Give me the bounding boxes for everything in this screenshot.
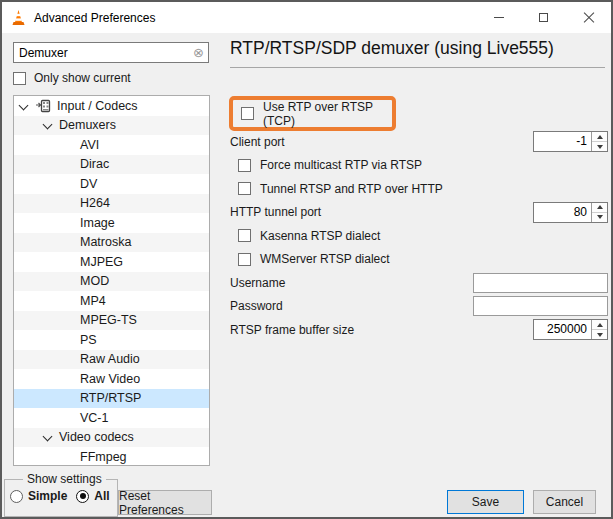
tree-item-mjpeg[interactable]: MJPEG: [14, 252, 209, 272]
form-row-kasenna-rtsp-dialect: Kasenna RTSP dialect: [230, 225, 608, 246]
spin-value: 250000: [534, 320, 591, 339]
radio-icon: [10, 490, 23, 503]
password-field[interactable]: [473, 296, 608, 316]
only-show-current-option[interactable]: Only show current: [13, 71, 131, 85]
form-row-password: Password: [230, 296, 608, 317]
save-button[interactable]: Save: [447, 490, 524, 514]
tree-item-label: PS: [80, 333, 97, 347]
only-show-current-checkbox[interactable]: [13, 72, 26, 85]
search-input[interactable]: Demuxer ⊗: [13, 42, 209, 63]
tree-item-dv[interactable]: DV: [14, 174, 209, 194]
show-settings-legend: Show settings: [23, 472, 106, 486]
checkbox-label: Kasenna RTSP dialect: [260, 229, 380, 243]
radio-label: Simple: [28, 489, 67, 503]
tree-item-vc-1[interactable]: VC-1: [14, 408, 209, 428]
spin-up-icon[interactable]: [592, 132, 607, 142]
show-settings-radios: Simple All: [10, 489, 110, 503]
username-field[interactable]: [473, 273, 608, 293]
tree-item-raw-video[interactable]: Raw Video: [14, 369, 209, 389]
titlebar: Advanced Preferences: [2, 2, 611, 33]
tree-item-video-codecs[interactable]: Video codecs: [14, 428, 209, 448]
highlight-annotation: Use RTP over RTSP (TCP): [229, 96, 396, 131]
radio-icon: [76, 490, 89, 503]
radio-simple[interactable]: Simple: [10, 489, 67, 503]
close-button[interactable]: [566, 2, 611, 33]
tree-item-ps[interactable]: PS: [14, 330, 209, 350]
reset-preferences-button[interactable]: Reset Preferences: [118, 490, 212, 515]
tree-item-label: Demuxers: [59, 118, 116, 132]
only-show-current-label: Only show current: [34, 71, 131, 85]
chevron-down-icon[interactable]: [19, 102, 27, 110]
form-row-http-tunnel-port: HTTP tunnel port 80: [230, 202, 608, 223]
tree-item-label: Image: [80, 216, 115, 230]
search-value: Demuxer: [14, 46, 193, 60]
kasenna-rtsp-dialect-checkbox[interactable]: [238, 229, 251, 242]
form-row-username: Username: [230, 272, 608, 293]
tree-item-label: Video codecs: [59, 430, 134, 444]
close-icon: [583, 12, 595, 24]
show-settings-group: Show settings Simple All: [4, 479, 118, 517]
tree-item-dirac[interactable]: Dirac: [14, 155, 209, 175]
maximize-button[interactable]: [521, 2, 566, 33]
tree-item-image[interactable]: Image: [14, 213, 209, 233]
clear-search-icon[interactable]: ⊗: [193, 46, 208, 59]
use-rtp-over-rtsp-label: Use RTP over RTSP (TCP): [263, 100, 392, 128]
tree-item-mpeg-ts[interactable]: MPEG-TS: [14, 311, 209, 331]
tree-item-demuxers[interactable]: Demuxers: [14, 116, 209, 136]
cancel-button[interactable]: Cancel: [533, 490, 596, 514]
radio-all[interactable]: All: [76, 489, 109, 503]
form-row-tunnel-rtsp-and-rtp-over-http: Tunnel RTSP and RTP over HTTP: [230, 178, 608, 199]
tree-item-h264[interactable]: H264: [14, 194, 209, 214]
spin-down-icon[interactable]: [592, 213, 607, 222]
chevron-down-icon[interactable]: [43, 121, 51, 129]
tree-item-ffmpeg[interactable]: FFmpeg: [14, 447, 209, 466]
tree-item-avi[interactable]: AVI: [14, 135, 209, 155]
form-row-wmserver-rtsp-dialect: WMServer RTSP dialect: [230, 249, 608, 270]
tree-item-label: MJPEG: [80, 255, 123, 269]
field-label: Password: [230, 299, 473, 313]
form-row-rtsp-frame-buffer-size: RTSP frame buffer size 250000: [230, 319, 608, 340]
spinner-buttons: [591, 132, 607, 151]
advanced-preferences-window: Advanced Preferences Demuxer ⊗ Only show…: [0, 0, 613, 519]
field-label: RTSP frame buffer size: [230, 323, 533, 337]
tree-item-input-codecs[interactable]: Input / Codecs: [14, 96, 209, 116]
tree-item-rtp-rtsp[interactable]: RTP/RTSP: [14, 389, 209, 409]
tree-item-label: Matroska: [80, 235, 131, 249]
tree-item-label: H264: [80, 196, 110, 210]
rtsp-frame-buffer-size-spin-input[interactable]: 250000: [533, 319, 608, 340]
use-rtp-over-rtsp-checkbox[interactable]: [241, 107, 254, 120]
wmserver-rtsp-dialect-checkbox[interactable]: [238, 253, 251, 266]
tree-item-label: Dirac: [80, 157, 109, 171]
client-port-spin-input[interactable]: -1: [533, 131, 608, 152]
minimize-button[interactable]: [476, 2, 521, 33]
chevron-down-icon[interactable]: [43, 433, 51, 441]
spin-down-icon[interactable]: [592, 142, 607, 151]
tree-item-label: DV: [80, 177, 97, 191]
tree-item-label: MOD: [80, 274, 109, 288]
window-title: Advanced Preferences: [34, 11, 155, 25]
spin-down-icon[interactable]: [592, 330, 607, 339]
maximize-icon: [539, 13, 548, 22]
tree-item-mp4[interactable]: MP4: [14, 291, 209, 311]
tree-item-label: Input / Codecs: [57, 99, 138, 113]
checkbox-label: Tunnel RTSP and RTP over HTTP: [260, 182, 443, 196]
minimize-icon: [494, 17, 504, 18]
tree-item-matroska[interactable]: Matroska: [14, 233, 209, 253]
tree-item-label: Raw Video: [80, 372, 140, 386]
window-controls: [476, 2, 611, 33]
spin-up-icon[interactable]: [592, 320, 607, 330]
force-multicast-rtp-via-rtsp-checkbox[interactable]: [238, 159, 251, 172]
tree-item-raw-audio[interactable]: Raw Audio: [14, 350, 209, 370]
field-label: HTTP tunnel port: [230, 205, 533, 219]
http-tunnel-port-spin-input[interactable]: 80: [533, 202, 608, 223]
spinner-buttons: [591, 320, 607, 339]
title-divider: [230, 67, 605, 68]
radio-label: All: [94, 489, 109, 503]
tunnel-rtsp-and-rtp-over-http-checkbox[interactable]: [238, 182, 251, 195]
vlc-icon: [10, 9, 27, 26]
tree-item-label: FFmpeg: [80, 450, 127, 464]
settings-form: Client port -1 Force multicast RTP via R…: [230, 131, 608, 343]
field-label: Username: [230, 276, 473, 290]
tree-item-mod[interactable]: MOD: [14, 272, 209, 292]
spin-up-icon[interactable]: [592, 203, 607, 213]
